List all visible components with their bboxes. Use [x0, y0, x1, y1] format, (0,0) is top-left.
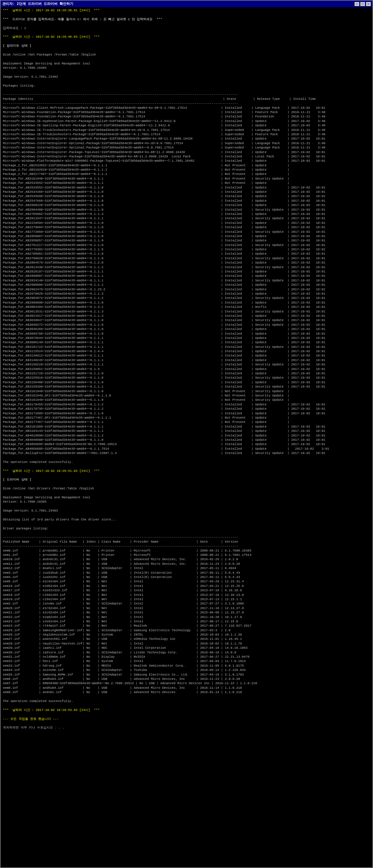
window-controls: ─ □ ✕ — [354, 2, 371, 6]
main-window: 관리자: 2단계 드라이버 드라이버 확인하기 ─ □ ✕ *** 날짜와 시간… — [0, 0, 373, 868]
window-title: 관리자: 2단계 드라이버 드라이버 확인하기 — [2, 1, 73, 6]
title-bar: 관리자: 2단계 드라이버 드라이버 확인하기 ─ □ ✕ — [1, 1, 372, 7]
close-button[interactable]: ✕ — [366, 2, 371, 6]
minimize-button[interactable]: ─ — [354, 2, 359, 6]
terminal-output: *** 날짜와 시간 : 2017-10-02 19:26:36.81 [24시… — [1, 7, 372, 867]
maximize-button[interactable]: □ — [360, 2, 365, 6]
